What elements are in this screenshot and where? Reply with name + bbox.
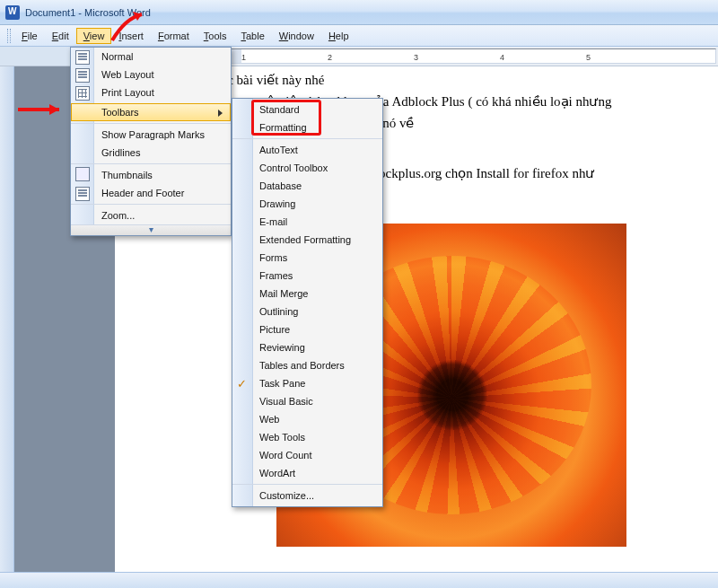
- menu-item-zoom[interactable]: Zoom...: [71, 204, 231, 224]
- toolbars-item[interactable]: Frames: [232, 267, 382, 285]
- menu-window[interactable]: Window: [272, 28, 321, 44]
- menu-insert[interactable]: Insert: [111, 28, 151, 44]
- ruler-tick: 4: [500, 53, 504, 62]
- menu-help[interactable]: Help: [321, 28, 356, 44]
- ruler-tick: 2: [328, 53, 332, 62]
- toolbars-item[interactable]: Web: [232, 410, 382, 428]
- toolbars-item[interactable]: Mail Merge: [232, 285, 382, 303]
- toolbars-item[interactable]: E-mail: [232, 213, 382, 231]
- menu-expand-chevron-icon[interactable]: ▾: [71, 224, 231, 235]
- word-app-icon: [5, 5, 20, 20]
- ruler-tick: 1: [241, 53, 246, 62]
- ruler-tick: 5: [586, 53, 591, 62]
- header-footer-icon: [75, 187, 90, 201]
- toolbars-submenu: StandardFormattingAutoTextControl Toolbo…: [232, 98, 383, 507]
- view-dropdown-menu: Normal Web Layout Print Layout Toolbars …: [70, 47, 232, 236]
- titlebar: Document1 - Microsoft Word: [0, 0, 718, 25]
- menu-view[interactable]: View: [76, 28, 112, 44]
- menu-file[interactable]: File: [14, 28, 45, 44]
- menu-item-toolbars[interactable]: Toolbars: [71, 103, 231, 121]
- vertical-toolbar[interactable]: [0, 66, 14, 572]
- toolbars-item[interactable]: Reviewing: [232, 338, 382, 356]
- web-layout-icon: [75, 68, 90, 83]
- toolbars-item[interactable]: Outlining: [232, 303, 382, 320]
- toolbars-item[interactable]: Standard: [232, 101, 382, 118]
- menu-item-show-paragraph-marks[interactable]: Show Paragraph Marks: [71, 123, 231, 144]
- toolbars-item[interactable]: ✓Task Pane: [232, 374, 382, 392]
- toolbars-item[interactable]: Tables and Borders: [232, 356, 382, 374]
- toolbars-item[interactable]: Visual Basic: [232, 392, 382, 410]
- menu-tools[interactable]: Tools: [197, 28, 234, 44]
- toolbars-item[interactable]: Control Toolbox: [232, 159, 382, 177]
- toolbar-grip-icon[interactable]: [7, 29, 11, 43]
- toolbars-item[interactable]: WordArt: [232, 464, 382, 482]
- toolbars-item[interactable]: Customize...: [232, 484, 382, 505]
- toolbars-item[interactable]: Forms: [232, 249, 382, 267]
- toolbars-item[interactable]: Formatting: [232, 118, 382, 136]
- submenu-arrow-icon: [218, 110, 223, 117]
- window-title: Document1 - Microsoft Word: [25, 7, 151, 18]
- toolbars-item[interactable]: Extended Formatting: [232, 231, 382, 249]
- normal-view-icon: [75, 50, 90, 65]
- menu-item-print-layout[interactable]: Print Layout: [71, 83, 231, 101]
- toolbars-item[interactable]: Drawing: [232, 195, 382, 213]
- toolbars-item[interactable]: Web Tools: [232, 428, 382, 446]
- menu-item-thumbnails[interactable]: Thumbnails: [71, 163, 231, 184]
- ruler-tick: 3: [414, 53, 418, 62]
- toolbars-item[interactable]: Database: [232, 177, 382, 195]
- menubar: File Edit View Insert Format Tools Table…: [0, 25, 718, 47]
- menu-table[interactable]: Table: [233, 28, 271, 44]
- menu-item-web-layout[interactable]: Web Layout: [71, 66, 231, 83]
- toolbars-item[interactable]: Word Count: [232, 446, 382, 464]
- thumbnails-icon: [75, 167, 90, 181]
- toolbars-item[interactable]: AutoText: [232, 138, 382, 159]
- menu-item-normal[interactable]: Normal: [71, 48, 231, 66]
- check-icon: ✓: [237, 377, 251, 391]
- menu-format[interactable]: Format: [151, 28, 197, 44]
- menu-edit[interactable]: Edit: [45, 28, 76, 44]
- menu-item-gridlines[interactable]: Gridlines: [71, 144, 231, 162]
- menu-item-header-footer[interactable]: Header and Footer: [71, 184, 231, 202]
- toolbars-item[interactable]: Picture: [232, 320, 382, 338]
- print-layout-icon: [75, 86, 90, 101]
- statusbar: [0, 572, 718, 588]
